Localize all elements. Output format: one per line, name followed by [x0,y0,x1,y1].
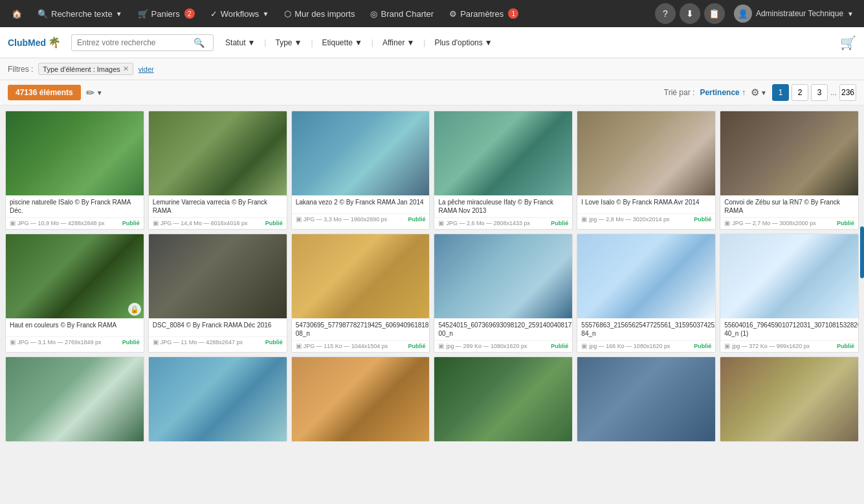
image-meta: ▣jpg — 289 Ko — 1080x1620 pxPublié [434,340,572,352]
page-ellipsis: ... [830,88,837,97]
grid-item[interactable]: 54730695_577987782719425_606940961818070… [291,234,430,353]
grid-item[interactable]: 55604016_796459010712031_307108153282002… [720,234,859,353]
page-2-button[interactable]: 2 [792,84,808,101]
grid-item[interactable] [720,356,859,442]
image-meta: ▣JPG — 2,7 Mo — 3008x2000 pxPublié [720,217,858,229]
params-nav-item[interactable]: ⚙ Paramètres 1 [443,5,525,22]
status-badge: Publié [551,220,568,226]
remove-filter-button[interactable]: ✕ [123,65,129,73]
grid-item[interactable]: I Love Isalo © By Franck RAMA Avr 2014▣j… [577,111,716,230]
file-type-icon: ▣ [581,215,587,223]
settings-button[interactable]: ⚙ ▼ [751,87,767,98]
clipboard-button[interactable]: 📋 [704,3,725,24]
grid-item[interactable]: DSC_8084 © By Franck RAMA Déc 2016▣JPG —… [148,234,287,353]
pagination: 1 2 3 ... 236 [772,84,856,101]
image-meta-text: JPG — 2,7 Mo — 3008x2000 px [732,220,816,226]
image-meta: ▣JPG — 115 Ko — 1044x1504 pxPublié [292,340,430,352]
image-meta-text: JPG — 115 Ko — 1044x1504 px [304,343,388,349]
active-filter-tag: Type d'élément : Images ✕ [38,63,133,75]
file-type-icon: ▣ [153,338,159,345]
toolbar: 47136 éléments ✏ ▼ Trié par : Pertinence… [0,80,864,105]
image-thumbnail [434,234,572,318]
filters-row: Filtres : Type d'élément : Images ✕ vide… [0,58,864,80]
image-grid: piscine naturelle ISalo © By Franck RAMA… [0,105,864,447]
home-icon: 🏠 [12,9,22,19]
image-caption: Lakana vezo 2 © By Franck RAMA Jan 2014 [292,195,430,214]
status-badge: Publié [408,343,425,349]
grid-item[interactable]: La pêche miraculeuse Ifaty © By Franck R… [434,111,573,230]
workflows-nav-item[interactable]: ✓ Workflows ▼ [204,6,276,22]
question-button[interactable]: ? [655,3,676,24]
grid-item[interactable] [5,356,144,442]
filter-bar: Statut ▼ | Type ▼ | Etiquette ▼ | Affine… [219,36,835,50]
user-dropdown-icon: ▼ [847,10,854,17]
search-input[interactable] [77,38,194,47]
image-caption: Haut en couleurs © By Franck RAMA [6,318,144,336]
image-meta-text: JPG — 14,4 Mo — 6016x4016 px [161,220,248,226]
grid-item[interactable]: piscine naturelle ISalo © By Franck RAMA… [5,111,144,230]
vider-link[interactable]: vider [138,65,154,73]
image-caption: I Love Isalo © By Franck RAMA Avr 2014 [577,195,715,214]
grid-item[interactable]: 55576863_2156562547725561_31595037425296… [577,234,716,353]
grid-item[interactable]: 54524015_607369693098120_259140040817377… [434,234,573,353]
status-badge: Publié [551,343,568,349]
image-caption: La pêche miraculeuse Ifaty © By Franck R… [434,195,572,217]
brand-nav-item[interactable]: ◎ Brand Charter [364,6,440,22]
grid-item[interactable] [434,356,573,442]
image-meta: ▣jpg — 372 Ko — 999x1620 pxPublié [720,340,858,352]
file-type-icon: ▣ [153,219,159,226]
image-thumbnail [720,234,858,318]
page-3-button[interactable]: 3 [811,84,828,101]
status-badge: Publié [265,220,283,226]
lock-icon: 🔒 [128,303,141,316]
count-button[interactable]: 47136 éléments [8,85,81,100]
image-thumbnail [149,357,287,441]
params-badge: 1 [508,8,518,19]
image-meta-text: JPG — 3,1 Mo — 2769x1849 px [17,339,102,345]
scroll-indicator[interactable] [860,226,864,278]
sort-value-button[interactable]: Pertinence ↑ [700,88,746,97]
search-nav-icon: 🔍 [38,9,48,19]
user-menu-button[interactable]: 👤 Administrateur Technique ▼ [729,2,859,25]
image-meta-text: JPG — 11 Mo — 4288x2647 px [161,339,243,345]
grid-item[interactable]: Lemurine Varrecia varrecia © By Franck R… [148,111,287,230]
image-meta-text: JPG — 10,9 Mo — 4288x2848 px [17,220,105,226]
top-nav-icons: ? ⬇ 📋 👤 Administrateur Technique ▼ [655,2,859,25]
image-meta-text: JPG — 3,3 Mo — 1960x2890 px [304,216,388,223]
etiquette-filter-button[interactable]: Etiquette ▼ [316,36,369,50]
edit-button[interactable]: ✏ ▼ [86,87,103,99]
grid-item[interactable]: Lakana vezo 2 © By Franck RAMA Jan 2014▣… [291,111,430,230]
main-cart-button[interactable]: 🛒 [840,35,856,50]
page-1-button[interactable]: 1 [772,84,789,101]
brand-icon: ◎ [370,9,377,19]
type-filter-button[interactable]: Type ▼ [269,36,308,50]
image-caption: 55604016_796459010712031_307108153282002… [720,318,858,340]
statut-filter-button[interactable]: Statut ▼ [219,36,261,50]
status-badge: Publié [122,220,140,226]
affiner-filter-button[interactable]: Affiner ▼ [376,36,421,50]
status-badge: Publié [408,216,425,223]
image-meta: ▣JPG — 14,4 Mo — 6016x4016 pxPublié [149,217,287,229]
image-meta-text: jpg — 166 Ko — 1080x1620 px [589,343,670,349]
image-meta: ▣JPG — 10,9 Mo — 4288x2848 pxPublié [6,217,144,229]
page-last-button[interactable]: 236 [839,84,856,101]
home-button[interactable]: 🏠 [5,6,28,22]
search-nav-item[interactable]: 🔍 Recherche texte ▼ [31,6,129,22]
file-type-icon: ▣ [724,219,730,226]
download-button[interactable]: ⬇ [680,3,700,24]
grid-item[interactable] [291,356,430,442]
search-input-wrap: 🔍 [71,34,214,51]
search-submit-button[interactable]: 🔍 [194,38,205,48]
file-type-icon: ▣ [724,342,730,349]
type-dropdown-icon: ▼ [294,38,302,47]
grid-item[interactable]: Convoi de Zébu sur la RN7 © By Franck RA… [720,111,859,230]
mur-nav-item[interactable]: ⬡ Mur des imports [278,6,361,22]
paniers-nav-item[interactable]: 🛒 Paniers 2 [131,5,201,22]
file-type-icon: ▣ [438,342,444,349]
plus-options-button[interactable]: Plus d'options ▼ [428,36,498,50]
grid-item[interactable]: 🔒Haut en couleurs © By Franck RAMA▣JPG —… [5,234,144,353]
grid-item[interactable] [577,356,716,442]
status-badge: Publié [265,339,283,345]
grid-item[interactable] [148,356,287,442]
affiner-dropdown-icon: ▼ [406,38,414,47]
